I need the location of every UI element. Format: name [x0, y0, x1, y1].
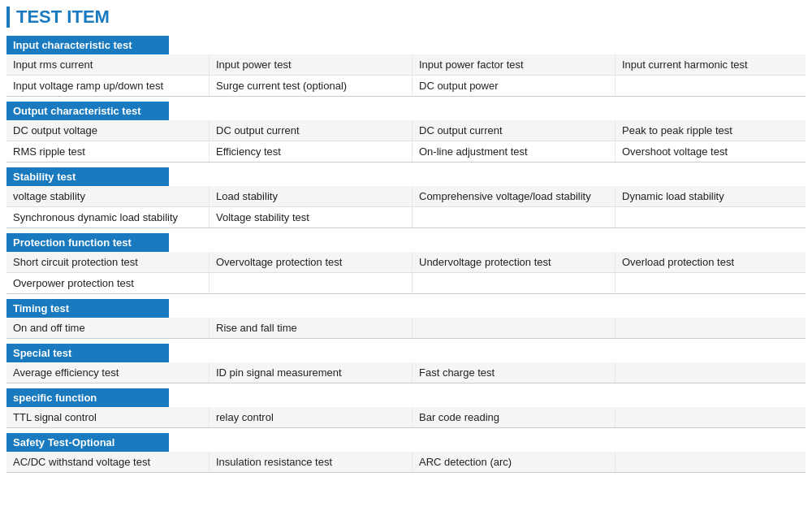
section-specific-function: specific functionTTL signal controlrelay… — [6, 388, 806, 428]
section-header-special: Special test — [6, 344, 169, 362]
section-header-timing: Timing test — [6, 299, 169, 318]
table-row: DC output voltageDC output currentDC out… — [6, 120, 806, 141]
page-wrapper: TEST ITEM Input characteristic testInput… — [0, 0, 812, 491]
section-rows-timing: On and off timeRise and fall time — [6, 318, 806, 339]
table-cell — [615, 452, 806, 472]
section-rows-specific-function: TTL signal controlrelay controlBar code … — [6, 407, 806, 428]
table-cell: Input power test — [209, 54, 412, 75]
table-cell: AC/DC withstand voltage test — [6, 452, 209, 472]
table-cell: Overpower protection test — [6, 273, 209, 293]
table-cell: ID pin signal measurement — [209, 362, 412, 383]
table-cell: Insulation resistance test — [209, 452, 412, 472]
table-cell: Voltage stability test — [209, 207, 412, 228]
table-row: AC/DC withstand voltage testInsulation r… — [6, 452, 806, 472]
table-cell: Synchronous dynamic load stability — [6, 207, 209, 228]
table-row: Synchronous dynamic load stabilityVoltag… — [6, 207, 806, 228]
table-cell: Comprehensive voltage/load stability — [412, 186, 615, 206]
table-cell: ARC detection (arc) — [412, 452, 615, 472]
section-rows-protection-function: Short circuit protection testOvervoltage… — [6, 252, 806, 294]
table-cell: relay control — [209, 407, 412, 427]
table-cell: voltage stability — [6, 186, 209, 206]
table-cell: Bar code reading — [412, 407, 615, 427]
table-row: TTL signal controlrelay controlBar code … — [6, 407, 806, 427]
table-row: Average efficiency testID pin signal mea… — [6, 362, 806, 383]
section-timing: Timing testOn and off timeRise and fall … — [6, 299, 806, 339]
page-title: TEST ITEM — [6, 6, 806, 28]
table-cell: DC output voltage — [6, 120, 209, 141]
table-cell: Overshoot voltage test — [615, 141, 806, 162]
table-row: On and off timeRise and fall time — [6, 318, 806, 338]
table-cell: Undervoltage protection test — [412, 252, 615, 272]
table-cell: Overvoltage protection test — [209, 252, 412, 272]
table-cell: Peak to peak ripple test — [615, 120, 806, 141]
table-cell — [209, 273, 412, 293]
section-header-safety-test: Safety Test-Optional — [6, 433, 169, 452]
table-cell: RMS ripple test — [6, 141, 209, 162]
table-cell — [615, 207, 806, 228]
table-row: voltage stabilityLoad stabilityComprehen… — [6, 186, 806, 207]
table-cell: Efficiency test — [209, 141, 412, 162]
table-cell: Surge current test (optional) — [209, 76, 412, 96]
table-cell — [615, 318, 806, 338]
table-cell — [412, 318, 615, 338]
table-cell: Input voltage ramp up/down test — [6, 76, 209, 96]
table-cell — [412, 273, 615, 293]
table-cell: Input current harmonic test — [615, 54, 806, 75]
table-cell: On and off time — [6, 318, 209, 338]
table-cell: Input power factor test — [412, 54, 615, 75]
table-cell — [615, 362, 806, 383]
section-stability: Stability testvoltage stabilityLoad stab… — [6, 167, 806, 228]
section-rows-input-characteristic: Input rms currentInput power testInput p… — [6, 54, 806, 97]
section-input-characteristic: Input characteristic testInput rms curre… — [6, 36, 806, 97]
table-cell: Fast charge test — [412, 362, 615, 383]
table-cell: Overload protection test — [615, 252, 806, 272]
table-cell — [615, 76, 806, 96]
table-cell: On-line adjustment test — [412, 141, 615, 162]
section-rows-stability: voltage stabilityLoad stabilityComprehen… — [6, 186, 806, 228]
section-safety-test: Safety Test-OptionalAC/DC withstand volt… — [6, 433, 806, 473]
table-cell: DC output current — [412, 120, 615, 141]
table-row: Input voltage ramp up/down testSurge cur… — [6, 76, 806, 96]
table-cell: DC output power — [412, 76, 615, 96]
section-protection-function: Protection function testShort circuit pr… — [6, 233, 806, 294]
section-header-output-characteristic: Output characteristic test — [6, 102, 169, 120]
section-header-specific-function: specific function — [6, 388, 169, 407]
section-rows-output-characteristic: DC output voltageDC output currentDC out… — [6, 120, 806, 162]
section-rows-special: Average efficiency testID pin signal mea… — [6, 362, 806, 384]
table-cell — [615, 407, 806, 427]
table-cell: Input rms current — [6, 54, 209, 75]
table-cell: Rise and fall time — [209, 318, 412, 338]
table-row: Short circuit protection testOvervoltage… — [6, 252, 806, 273]
section-header-stability: Stability test — [6, 167, 169, 186]
table-cell: Short circuit protection test — [6, 252, 209, 272]
section-special: Special testAverage efficiency testID pi… — [6, 344, 806, 384]
table-row: Overpower protection test — [6, 273, 806, 293]
table-cell — [615, 273, 806, 293]
table-cell: TTL signal control — [6, 407, 209, 427]
table-row: Input rms currentInput power testInput p… — [6, 54, 806, 76]
sections-container: Input characteristic testInput rms curre… — [6, 36, 806, 473]
table-cell: DC output current — [209, 120, 412, 141]
table-cell: Average efficiency test — [6, 362, 209, 383]
table-cell: Dynamic load stability — [615, 186, 806, 206]
section-rows-safety-test: AC/DC withstand voltage testInsulation r… — [6, 452, 806, 473]
table-cell: Load stability — [209, 186, 412, 206]
section-output-characteristic: Output characteristic testDC output volt… — [6, 102, 806, 162]
table-row: RMS ripple testEfficiency testOn-line ad… — [6, 141, 806, 162]
section-header-protection-function: Protection function test — [6, 233, 169, 252]
section-header-input-characteristic: Input characteristic test — [6, 36, 169, 54]
table-cell — [412, 207, 615, 228]
